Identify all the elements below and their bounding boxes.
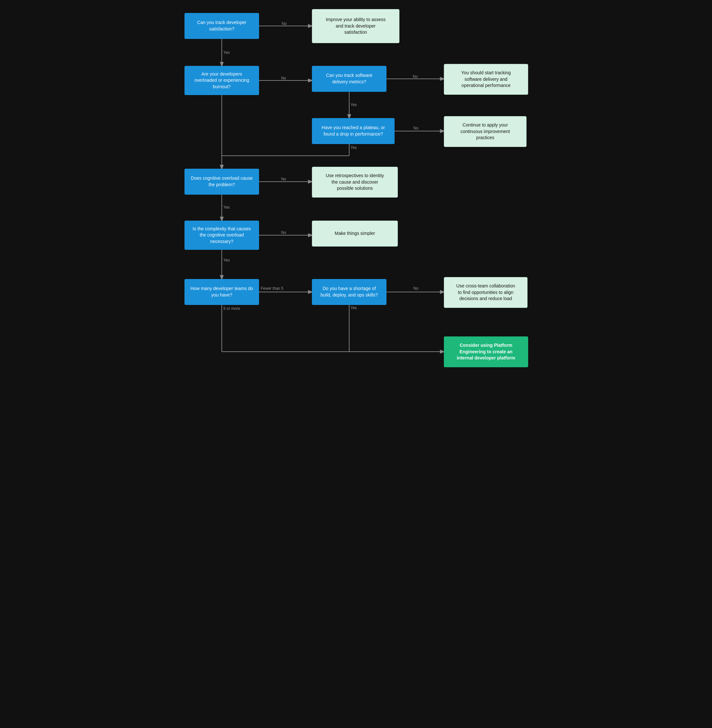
label-no3: No (413, 74, 418, 79)
label-yes3: Yes (350, 146, 357, 150)
flowchart: No Yes No No Yes No Yes No Yes No Yes Fe… (178, 6, 534, 370)
node-track-developer-satisfaction: Can you track developer satisfaction? (184, 13, 259, 39)
label-no6: No (281, 230, 286, 235)
node-use-retrospectives: Use retrospectives to identity the cause… (312, 167, 398, 198)
node-make-things-simpler: Make things simpler (312, 221, 398, 247)
node-complexity-necessary: Is the complexity that causes the cognit… (184, 221, 259, 250)
node-how-many-teams: How many developer teams do you have? (184, 279, 259, 305)
label-more: 5 or more (223, 306, 240, 311)
node-cognitive-overload-cause: Does cognitive overload cause the proble… (184, 169, 259, 195)
node-improve-tracking: Improve your ability to assess and track… (312, 9, 399, 43)
label-yes5: Yes (223, 258, 230, 263)
label-yes1: Yes (223, 50, 230, 55)
node-developers-overloaded: Are your developers overloaded or experi… (184, 66, 259, 95)
label-no5: No (281, 177, 286, 181)
label-no2: No (281, 76, 286, 80)
label-no1: No (282, 21, 286, 26)
label-yes4: Yes (223, 205, 230, 209)
node-shortage-skills: Do you have a shortage of build, deploy,… (312, 279, 387, 305)
label-yes2: Yes (350, 103, 357, 107)
label-no4: No (413, 126, 418, 131)
node-platform-engineering: Consider using Platform Engineering to c… (444, 336, 528, 367)
label-fewer: Fewer than 5 (261, 286, 283, 291)
node-plateau-drop: Have you reached a plateau, or found a d… (312, 118, 395, 144)
node-track-software-delivery: Can you track software delivery metrics? (312, 66, 387, 92)
node-cross-team-collaboration: Use cross-team collaboration to find opp… (444, 277, 528, 308)
label-no7: No (413, 286, 418, 291)
node-continue-improvement: Continue to apply your continuous improv… (444, 116, 527, 147)
label-yes6: Yes (350, 306, 357, 310)
node-start-tracking-software: You should start tracking software deliv… (444, 64, 528, 95)
